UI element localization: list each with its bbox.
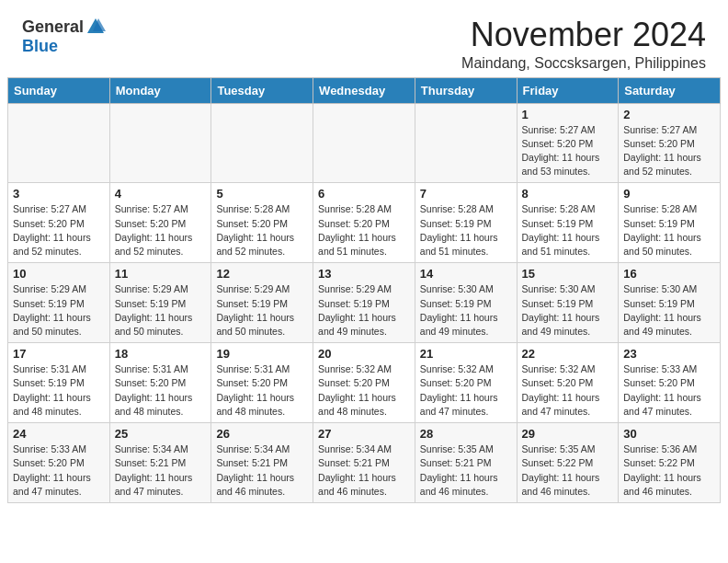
logo: General Blue [22,17,106,56]
day-number: 16 [623,267,715,281]
cell-content: Sunrise: 5:28 AM Sunset: 5:19 PM Dayligh… [522,202,614,259]
cell-content: Sunrise: 5:30 AM Sunset: 5:19 PM Dayligh… [420,282,512,339]
day-number: 12 [216,267,308,281]
calendar-cell: 3Sunrise: 5:27 AM Sunset: 5:20 PM Daylig… [8,183,110,263]
cell-content: Sunrise: 5:28 AM Sunset: 5:20 PM Dayligh… [318,202,410,259]
day-header-wednesday: Wednesday [313,77,415,103]
cell-content: Sunrise: 5:29 AM Sunset: 5:19 PM Dayligh… [13,282,105,339]
day-number: 20 [318,347,410,361]
cell-content: Sunrise: 5:32 AM Sunset: 5:20 PM Dayligh… [522,362,614,419]
cell-content: Sunrise: 5:30 AM Sunset: 5:19 PM Dayligh… [623,282,715,339]
calendar-cell: 19Sunrise: 5:31 AM Sunset: 5:20 PM Dayli… [211,343,313,423]
day-number: 11 [115,267,207,281]
cell-content: Sunrise: 5:32 AM Sunset: 5:20 PM Dayligh… [420,362,512,419]
day-number: 8 [522,187,614,201]
calendar-cell: 18Sunrise: 5:31 AM Sunset: 5:20 PM Dayli… [109,343,211,423]
cell-content: Sunrise: 5:27 AM Sunset: 5:20 PM Dayligh… [623,123,715,179]
cell-content: Sunrise: 5:29 AM Sunset: 5:19 PM Dayligh… [216,282,308,339]
cell-content: Sunrise: 5:36 AM Sunset: 5:22 PM Dayligh… [623,442,715,499]
cell-content: Sunrise: 5:33 AM Sunset: 5:20 PM Dayligh… [623,362,715,419]
calendar-cell: 16Sunrise: 5:30 AM Sunset: 5:19 PM Dayli… [619,263,721,343]
calendar-table: SundayMondayTuesdayWednesdayThursdayFrid… [7,77,721,503]
calendar-cell: 29Sunrise: 5:35 AM Sunset: 5:22 PM Dayli… [517,423,619,503]
day-number: 15 [522,267,614,281]
cell-content: Sunrise: 5:33 AM Sunset: 5:20 PM Dayligh… [13,442,105,499]
cell-content: Sunrise: 5:27 AM Sunset: 5:20 PM Dayligh… [522,123,614,179]
calendar-cell: 8Sunrise: 5:28 AM Sunset: 5:19 PM Daylig… [517,183,619,263]
day-header-monday: Monday [109,77,211,103]
location-title: Maindang, Soccsksargen, Philippines [461,55,706,72]
day-number: 19 [216,347,308,361]
cell-content: Sunrise: 5:30 AM Sunset: 5:19 PM Dayligh… [522,282,614,339]
calendar-cell [8,103,110,183]
calendar-week-5: 24Sunrise: 5:33 AM Sunset: 5:20 PM Dayli… [8,423,721,503]
calendar-cell: 10Sunrise: 5:29 AM Sunset: 5:19 PM Dayli… [8,263,110,343]
calendar-cell [313,103,415,183]
day-number: 27 [318,427,410,441]
calendar-cell: 7Sunrise: 5:28 AM Sunset: 5:19 PM Daylig… [415,183,517,263]
title-section: November 2024 Maindang, Soccsksargen, Ph… [461,17,706,72]
cell-content: Sunrise: 5:29 AM Sunset: 5:19 PM Dayligh… [115,282,207,339]
calendar-cell [415,103,517,183]
calendar-cell: 9Sunrise: 5:28 AM Sunset: 5:19 PM Daylig… [619,183,721,263]
cell-content: Sunrise: 5:35 AM Sunset: 5:21 PM Dayligh… [420,442,512,499]
cell-content: Sunrise: 5:34 AM Sunset: 5:21 PM Dayligh… [318,442,410,499]
day-header-sunday: Sunday [8,77,110,103]
day-header-saturday: Saturday [619,77,721,103]
day-number: 22 [522,347,614,361]
calendar-cell: 20Sunrise: 5:32 AM Sunset: 5:20 PM Dayli… [313,343,415,423]
day-number: 18 [115,347,207,361]
logo-general-text: General [22,17,84,37]
calendar-week-3: 10Sunrise: 5:29 AM Sunset: 5:19 PM Dayli… [8,263,721,343]
calendar-week-2: 3Sunrise: 5:27 AM Sunset: 5:20 PM Daylig… [8,183,721,263]
day-number: 4 [115,187,207,201]
calendar-cell: 4Sunrise: 5:27 AM Sunset: 5:20 PM Daylig… [109,183,211,263]
day-number: 5 [216,187,308,201]
calendar-cell: 24Sunrise: 5:33 AM Sunset: 5:20 PM Dayli… [8,423,110,503]
cell-content: Sunrise: 5:28 AM Sunset: 5:19 PM Dayligh… [420,202,512,259]
cell-content: Sunrise: 5:32 AM Sunset: 5:20 PM Dayligh… [318,362,410,419]
day-number: 26 [216,427,308,441]
day-number: 23 [623,347,715,361]
day-number: 13 [318,267,410,281]
cell-content: Sunrise: 5:29 AM Sunset: 5:19 PM Dayligh… [318,282,410,339]
day-header-friday: Friday [517,77,619,103]
page-header: General Blue November 2024 Maindang, Soc… [0,0,728,77]
calendar-cell: 23Sunrise: 5:33 AM Sunset: 5:20 PM Dayli… [619,343,721,423]
logo-icon [85,17,106,37]
cell-content: Sunrise: 5:28 AM Sunset: 5:19 PM Dayligh… [623,202,715,259]
day-number: 29 [522,427,614,441]
calendar-cell: 13Sunrise: 5:29 AM Sunset: 5:19 PM Dayli… [313,263,415,343]
calendar-cell: 30Sunrise: 5:36 AM Sunset: 5:22 PM Dayli… [619,423,721,503]
day-number: 25 [115,427,207,441]
calendar-cell [109,103,211,183]
calendar-cell: 26Sunrise: 5:34 AM Sunset: 5:21 PM Dayli… [211,423,313,503]
calendar-header-row: SundayMondayTuesdayWednesdayThursdayFrid… [8,77,721,103]
cell-content: Sunrise: 5:31 AM Sunset: 5:19 PM Dayligh… [13,362,105,419]
calendar-cell: 12Sunrise: 5:29 AM Sunset: 5:19 PM Dayli… [211,263,313,343]
month-title: November 2024 [461,17,706,53]
calendar-cell [211,103,313,183]
day-number: 21 [420,347,512,361]
day-number: 28 [420,427,512,441]
calendar-cell: 2Sunrise: 5:27 AM Sunset: 5:20 PM Daylig… [619,103,721,183]
day-number: 7 [420,187,512,201]
calendar-cell: 15Sunrise: 5:30 AM Sunset: 5:19 PM Dayli… [517,263,619,343]
calendar-cell: 17Sunrise: 5:31 AM Sunset: 5:19 PM Dayli… [8,343,110,423]
day-number: 1 [522,108,614,121]
calendar-cell: 1Sunrise: 5:27 AM Sunset: 5:20 PM Daylig… [517,103,619,183]
day-number: 24 [13,427,105,441]
day-number: 10 [13,267,105,281]
calendar-cell: 25Sunrise: 5:34 AM Sunset: 5:21 PM Dayli… [109,423,211,503]
calendar-week-4: 17Sunrise: 5:31 AM Sunset: 5:19 PM Dayli… [8,343,721,423]
calendar-cell: 21Sunrise: 5:32 AM Sunset: 5:20 PM Dayli… [415,343,517,423]
day-number: 30 [623,427,715,441]
day-header-tuesday: Tuesday [211,77,313,103]
calendar-week-1: 1Sunrise: 5:27 AM Sunset: 5:20 PM Daylig… [8,103,721,183]
cell-content: Sunrise: 5:31 AM Sunset: 5:20 PM Dayligh… [216,362,308,419]
day-number: 17 [13,347,105,361]
cell-content: Sunrise: 5:27 AM Sunset: 5:20 PM Dayligh… [13,202,105,259]
calendar-wrapper: SundayMondayTuesdayWednesdayThursdayFrid… [0,77,728,512]
cell-content: Sunrise: 5:27 AM Sunset: 5:20 PM Dayligh… [115,202,207,259]
cell-content: Sunrise: 5:34 AM Sunset: 5:21 PM Dayligh… [216,442,308,499]
